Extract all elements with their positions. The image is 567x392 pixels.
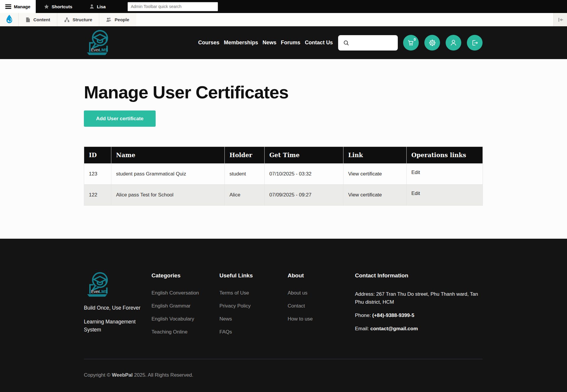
footer-divider (84, 359, 483, 359)
footer-link-english-conversation[interactable]: English Conversation (151, 290, 199, 296)
view-certificate-link[interactable]: View certificate (348, 192, 382, 198)
header-search[interactable] (338, 35, 398, 51)
site-footer: Ever LMS Build Once, Use Forever Learnin… (0, 239, 567, 392)
toolbar-spacer (136, 13, 553, 26)
toolbar-collapse-button[interactable] (553, 13, 567, 26)
certificates-table: ID Name Holder Get Time Link Operations … (84, 147, 483, 206)
nav-courses[interactable]: Courses (198, 40, 219, 46)
logo-text-prefix: Ever (91, 289, 100, 294)
column-header-name: Name (111, 147, 225, 164)
copyright: Copyright © WeebPal 2025. All Rights Res… (84, 372, 193, 378)
collapse-arrow-icon (558, 17, 563, 23)
table-row: 123 student pass Grammatical Quiz studen… (84, 164, 483, 185)
footer-heading: About (288, 272, 313, 279)
footer-link-about-us[interactable]: About us (288, 290, 307, 296)
edit-link[interactable]: Edit (411, 170, 420, 175)
footer-subtitle: Learning Management System (84, 318, 143, 334)
settings-button[interactable] (424, 35, 440, 51)
cell-operations: Edit (407, 185, 483, 206)
view-certificate-link[interactable]: View certificate (348, 171, 382, 177)
header-actions: 0 (403, 35, 483, 51)
cart-button[interactable]: 0 (403, 35, 419, 51)
tab-structure-label: Structure (73, 17, 92, 22)
nav-memberships[interactable]: Memberships (224, 40, 258, 46)
main-content: Manage User Certificates Add User certif… (0, 59, 567, 239)
toolbar-tab-structure[interactable]: Structure (57, 13, 99, 26)
edit-link[interactable]: Edit (411, 191, 420, 196)
site-header: Ever LMS Courses Memberships News Forums… (0, 26, 567, 59)
people-icon (106, 17, 112, 22)
star-icon (44, 4, 49, 9)
logo-text-prefix: Ever (91, 48, 100, 52)
toolbar-tab-shortcuts[interactable]: Shortcuts (39, 0, 77, 13)
footer-heading: Contact Information (355, 272, 485, 279)
contact-email: Email: contact@gmail.com (355, 325, 485, 333)
address-label: Address: (355, 291, 376, 297)
footer-link-terms-of-use[interactable]: Terms of Use (219, 290, 249, 296)
contact-phone: Phone: (+84)-9388-9399-5 (355, 311, 485, 319)
toolbar-username: Lisa (97, 4, 106, 9)
phone-value[interactable]: (+84)-9388-9399-5 (372, 313, 414, 318)
footer-column-about: About About us Contact How to use (288, 272, 313, 329)
nav-forums[interactable]: Forums (281, 40, 300, 46)
footer-contact-info: Contact Information Address: 267 Tran Th… (355, 272, 485, 338)
logout-button[interactable] (467, 35, 483, 51)
phone-label: Phone: (355, 313, 372, 318)
toolbar-tab-people[interactable]: People (99, 13, 136, 26)
table-row: 122 Alice pass Test for School Alice 07/… (84, 185, 483, 206)
column-header-operations: Operations links (407, 147, 483, 164)
footer-logo[interactable]: Ever LMS (84, 271, 110, 299)
toolbar-tab-user[interactable]: Lisa (85, 0, 110, 13)
email-label: Email: (355, 326, 370, 331)
footer-link-english-grammar[interactable]: English Grammar (151, 303, 190, 309)
footer-tagline: Build Once, Use Forever (84, 305, 141, 311)
toolbar-tab-manage[interactable]: Manage (0, 0, 36, 13)
logo-text-suffix: LMS (99, 48, 108, 52)
sitemap-icon (64, 17, 70, 22)
everlms-logo-icon: Ever LMS (84, 28, 111, 57)
nav-contact-us[interactable]: Contact Us (305, 40, 333, 46)
account-button[interactable] (446, 35, 461, 51)
column-header-get-time: Get Time (265, 147, 343, 164)
user-icon (89, 4, 94, 9)
footer-column-useful-links: Useful Links Terms of Use Privacy Policy… (219, 272, 253, 342)
email-value[interactable]: contact@gmail.com (370, 326, 418, 331)
nav-news[interactable]: News (263, 40, 276, 46)
hamburger-icon (5, 4, 11, 9)
footer-link-english-vocabulary[interactable]: English Vocabulary (151, 316, 194, 322)
drupal-logo-icon (5, 14, 14, 25)
header-search-input[interactable] (349, 35, 398, 51)
footer-link-how-to-use[interactable]: How to use (288, 316, 313, 322)
manage-label: Manage (14, 4, 30, 9)
tab-people-label: People (115, 17, 129, 22)
toolbar-tab-content[interactable]: Content (18, 13, 57, 26)
column-header-id: ID (84, 147, 111, 164)
cell-holder: Alice (225, 185, 265, 206)
add-user-certificate-button[interactable]: Add User certificate (84, 110, 156, 127)
logout-icon (471, 39, 479, 47)
footer-link-news[interactable]: News (219, 316, 232, 322)
footer-link-privacy-policy[interactable]: Privacy Policy (219, 303, 251, 309)
page-title: Manage User Certificates (84, 59, 567, 102)
admin-secondary-toolbar: Content Structure People (0, 13, 567, 26)
tab-content-label: Content (33, 17, 50, 22)
shortcuts-label: Shortcuts (52, 4, 72, 9)
cell-operations: Edit (407, 164, 483, 185)
footer-heading: Useful Links (219, 272, 253, 279)
column-header-holder: Holder (225, 147, 265, 164)
cell-id: 122 (84, 185, 111, 206)
cell-holder: student (225, 164, 265, 185)
admin-quick-search-input[interactable] (128, 2, 218, 11)
search-icon (343, 40, 349, 46)
drupal-home-tab[interactable] (0, 13, 18, 26)
site-logo[interactable]: Ever LMS (84, 28, 111, 57)
cell-name: Alice pass Test for School (111, 185, 225, 206)
gear-icon (428, 39, 436, 47)
footer-link-faqs[interactable]: FAQs (219, 329, 232, 335)
cell-id: 123 (84, 164, 111, 185)
footer-link-teaching-online[interactable]: Teaching Online (151, 329, 188, 335)
contact-address: Address: 267 Tran Thu Do street, Phu Tha… (355, 290, 485, 306)
footer-heading: Categories (151, 272, 199, 279)
footer-link-contact[interactable]: Contact (288, 303, 305, 309)
logo-text-suffix: LMS (99, 289, 108, 294)
